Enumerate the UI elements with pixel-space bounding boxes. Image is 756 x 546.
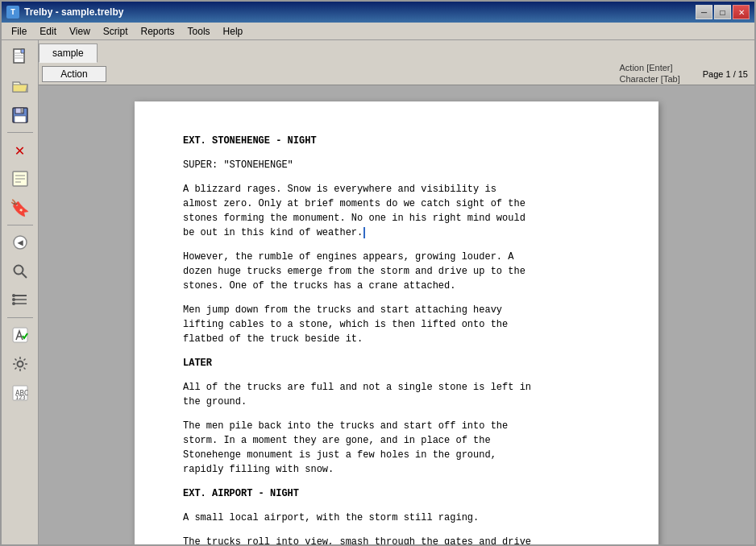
svg-rect-6 [21, 108, 23, 113]
svg-point-21 [12, 302, 15, 305]
svg-text:◀: ◀ [17, 238, 23, 249]
svg-point-14 [14, 266, 23, 275]
text-cursor [363, 227, 365, 238]
navigator-button[interactable]: ◀ [6, 229, 35, 256]
menu-tools[interactable]: Tools [181, 24, 217, 39]
outline-button[interactable] [6, 287, 35, 314]
spellcheck-button[interactable] [6, 321, 35, 349]
minimize-button[interactable]: ─ [696, 5, 712, 19]
title-bar: T Trelby - sample.trelby ─ □ ✕ [2, 2, 754, 23]
action-rumble[interactable]: However, the rumble of engines appears, … [183, 250, 610, 293]
action-men-jump[interactable]: Men jump down from the trucks and start … [183, 303, 610, 346]
super-line-stonehenge: SUPER: "STONEHENGE" [183, 158, 610, 172]
page-indicator: Page 1 / 15 [703, 69, 748, 79]
menu-edit[interactable]: Edit [33, 24, 63, 39]
menu-help[interactable]: Help [217, 24, 250, 39]
app-icon: T [6, 6, 19, 19]
svg-point-24 [17, 362, 23, 367]
title-bar-controls: ─ □ ✕ [696, 5, 750, 19]
notes-button[interactable] [6, 165, 35, 192]
action-men-pile[interactable]: The men pile back into the trucks and st… [183, 419, 610, 477]
characters-button[interactable]: ABC123 [6, 379, 35, 407]
script-container: EXT. STONEHENGE - NIGHT SUPER: "STONEHEN… [39, 85, 754, 544]
search-button[interactable] [6, 258, 35, 285]
svg-rect-7 [15, 116, 26, 122]
menu-reports[interactable]: Reports [135, 24, 181, 39]
tab-sample[interactable]: sample [39, 43, 98, 63]
action-blizzard[interactable]: A blizzard rages. Snow is everywhere and… [183, 182, 610, 240]
title-bar-left: T Trelby - sample.trelby [6, 6, 123, 19]
delete-button[interactable]: ✕ [6, 136, 35, 163]
later-heading: LATER [183, 356, 610, 370]
toolbar-separator-1 [7, 132, 33, 133]
maximize-button[interactable]: □ [714, 5, 731, 19]
action-trucks-roll[interactable]: The trucks roll into view, smash through… [183, 535, 610, 544]
settings-button[interactable] [6, 350, 35, 378]
tab-bar: sample [39, 40, 754, 63]
toolbar-separator-2 [7, 225, 33, 225]
svg-point-20 [12, 298, 15, 301]
menu-file[interactable]: File [5, 24, 33, 39]
menu-bar: File Edit View Script Reports Tools Help [2, 23, 754, 40]
action-airport-desc[interactable]: A small local airport, with the storm st… [183, 511, 610, 525]
window-title: Trelby - sample.trelby [24, 6, 123, 18]
shortcut-hint: Action [Enter] Character [Tab] [620, 63, 680, 84]
script-scroll-area[interactable]: EXT. STONEHENGE - NIGHT SUPER: "STONEHEN… [39, 85, 754, 544]
save-button[interactable] [6, 101, 35, 129]
bookmark-button[interactable]: 🔖 [6, 194, 35, 221]
menu-view[interactable]: View [63, 24, 97, 39]
editor-toolbar: Action Action [Enter] Character [Tab] Pa… [39, 63, 754, 85]
close-button[interactable]: ✕ [733, 5, 750, 19]
svg-rect-22 [13, 328, 27, 342]
main-area: ✕ 🔖 ◀ ABC123 [2, 40, 754, 544]
scene-heading-stonehenge: EXT. STONEHENGE - NIGHT [183, 134, 610, 148]
svg-point-19 [12, 294, 15, 297]
content-area: sample Action Action [Enter] Character [… [39, 40, 754, 544]
svg-line-15 [22, 273, 27, 278]
new-file-button[interactable] [6, 43, 35, 71]
menu-script[interactable]: Script [97, 24, 135, 39]
svg-text:123: 123 [15, 395, 26, 401]
element-type-indicator[interactable]: Action [42, 66, 106, 82]
open-file-button[interactable] [6, 72, 35, 100]
action-trucks-full[interactable]: All of the trucks are full and not a sin… [183, 380, 610, 409]
sidebar-toolbar: ✕ 🔖 ◀ ABC123 [2, 40, 39, 544]
script-page: EXT. STONEHENGE - NIGHT SUPER: "STONEHEN… [135, 101, 658, 544]
scene-heading-airport: EXT. AIRPORT - NIGHT [183, 486, 610, 501]
toolbar-separator-3 [7, 317, 33, 318]
main-window: T Trelby - sample.trelby ─ □ ✕ File Edit… [0, 0, 756, 546]
